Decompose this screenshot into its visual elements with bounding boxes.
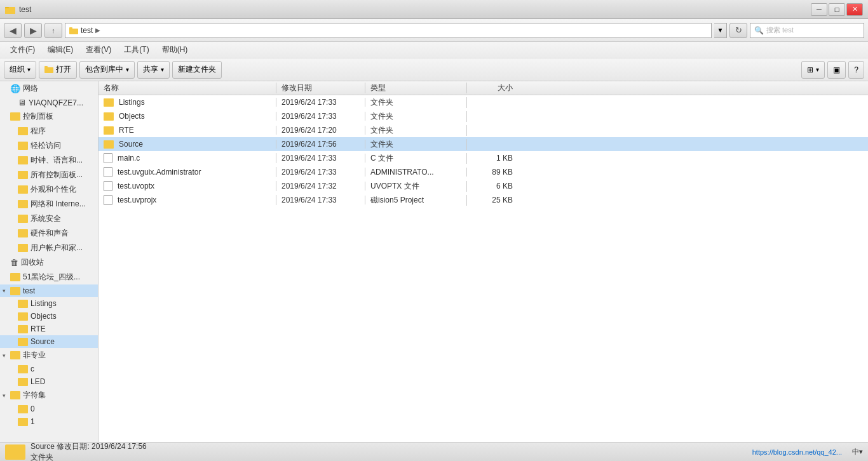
col-header-size[interactable]: 大小 (467, 83, 518, 93)
sidebar-item-0[interactable]: 0 (0, 403, 98, 415)
sidebar-item-led[interactable]: LED (0, 375, 98, 388)
col-header-type[interactable]: 类型 (365, 83, 467, 93)
organize-button[interactable]: 组织 ▾ (4, 61, 36, 79)
address-dropdown[interactable]: ▼ (714, 23, 727, 38)
sidebar-item-label: 硬件和声音 (31, 228, 69, 239)
sidebar-item----------[interactable]: 用户帐户和家... (0, 241, 98, 255)
sidebar-item-1[interactable]: 1 (0, 415, 98, 428)
sidebar-item-----[interactable]: 控制面板 (0, 109, 98, 124)
file-name-cell: test.uvoptx (98, 181, 276, 191)
file-size: 1 KB (467, 154, 518, 163)
sidebar-item-yiaqnqfze7---[interactable]: 🖥YIAQNQFZE7... (0, 96, 98, 109)
sidebar-item-label: 0 (31, 404, 35, 413)
search-box[interactable]: 🔍 搜索 test (750, 23, 864, 38)
close-button[interactable]: ✕ (846, 3, 863, 16)
sidebar: 🌐网络🖥YIAQNQFZE7...控制面板程序轻松访问时钟、语言和...所有控制… (0, 81, 98, 442)
restore-button[interactable]: □ (829, 3, 845, 16)
file-name-cell: Source (98, 140, 276, 149)
sidebar-item-----interne---[interactable]: 网络和 Interne... (0, 197, 98, 211)
sidebar-item-label: Source (31, 337, 55, 346)
sidebar-item-label: YIAQNQFZE7... (29, 98, 83, 107)
share-button[interactable]: 共享 ▾ (137, 61, 170, 79)
newfolder-label: 新建文件夹 (178, 64, 216, 75)
menu-tools[interactable]: 工具(T) (118, 43, 155, 57)
sidebar-item-label: 51黑论坛_四级... (23, 272, 80, 283)
col-header-name[interactable]: 名称 (98, 83, 276, 93)
sidebar-item----[interactable]: ▾字符集 (0, 388, 98, 403)
main-area: 🌐网络🖥YIAQNQFZE7...控制面板程序轻松访问时钟、语言和...所有控制… (0, 81, 868, 442)
open-button[interactable]: 打开 (39, 61, 77, 79)
sidebar-item----[interactable]: ▾非专业 (0, 348, 98, 363)
file-type: UVOPTX 文件 (365, 181, 467, 192)
table-row[interactable]: test.uvprojx2019/6/24 17:33磁ision5 Proje… (98, 193, 868, 207)
sidebar-item-label: 非专业 (23, 350, 46, 361)
address-path[interactable]: test ▶ (65, 23, 712, 38)
sidebar-item-51---------[interactable]: 51黑论坛_四级... (0, 270, 98, 284)
file-date: 2019/6/24 17:32 (276, 182, 365, 190)
sidebar-item-rte[interactable]: RTE (0, 323, 98, 335)
sidebar-item-source[interactable]: Source (0, 335, 98, 348)
col-header-date[interactable]: 修改日期 (276, 83, 365, 93)
up-button[interactable]: ↑ (44, 23, 62, 38)
sidebar-item---[interactable]: 程序 (0, 124, 98, 138)
help-icon: ? (854, 65, 858, 74)
sidebar-item-----[interactable]: 轻松访问 (0, 138, 98, 153)
include-button[interactable]: 包含到库中 ▾ (79, 61, 135, 79)
view-button[interactable]: ⊞ ▾ (801, 61, 825, 79)
preview-button[interactable]: ▣ (827, 61, 846, 79)
table-row[interactable]: test.uvguix.Administrator2019/6/24 17:33… (98, 165, 868, 179)
sidebar-item---[interactable]: 🌐网络 (0, 81, 98, 96)
file-folder-icon (104, 140, 114, 149)
table-row[interactable]: test.uvoptx2019/6/24 17:32UVOPTX 文件6 KB (98, 179, 868, 193)
back-button[interactable]: ◀ (4, 23, 22, 38)
sidebar-item-listings[interactable]: Listings (0, 297, 98, 310)
file-folder-icon (104, 126, 114, 135)
status-text: Source 修改日期: 2019/6/24 17:56 文件夹 (31, 441, 747, 462)
file-size: 6 KB (467, 182, 518, 190)
file-name: Objects (119, 112, 145, 121)
path-folder-icon (69, 27, 78, 34)
sidebar-item------[interactable]: 硬件和声音 (0, 226, 98, 241)
open-label: 打开 (56, 64, 71, 75)
network-icon: 🌐 (10, 84, 20, 93)
file-date: 2019/6/24 17:33 (276, 196, 365, 204)
sidebar-item-----[interactable]: 系统安全 (0, 211, 98, 226)
menu-file[interactable]: 文件(F) (4, 43, 41, 57)
sidebar-item-c[interactable]: c (0, 363, 98, 375)
file-name: test.uvprojx (118, 196, 156, 204)
sidebar-item----[interactable]: 🗑回收站 (0, 255, 98, 270)
table-row[interactable]: RTE2019/6/24 17:20文件夹 (98, 123, 868, 137)
refresh-button[interactable]: ↻ (729, 23, 747, 38)
recycle-icon: 🗑 (10, 258, 18, 267)
forward-button[interactable]: ▶ (24, 23, 42, 38)
newfolder-button[interactable]: 新建文件夹 (172, 61, 222, 79)
sidebar-item-objects[interactable]: Objects (0, 310, 98, 323)
menu-view[interactable]: 查看(V) (79, 43, 118, 57)
file-doc-icon (104, 153, 112, 163)
file-name: main.c (118, 154, 140, 163)
status-link[interactable]: https://blog.csdn.net/qq_42... (752, 448, 842, 456)
sidebar-item-test[interactable]: ▾test (0, 284, 98, 297)
folder-icon (18, 142, 28, 150)
file-date: 2019/6/24 17:33 (276, 98, 365, 107)
menu-help[interactable]: 帮助(H) (156, 43, 194, 57)
file-name: test.uvoptx (118, 182, 154, 190)
table-row[interactable]: main.c2019/6/24 17:33C 文件1 KB (98, 151, 868, 165)
table-row[interactable]: Objects2019/6/24 17:33文件夹 (98, 109, 868, 123)
sidebar-item----------[interactable]: 时钟、语言和... (0, 153, 98, 168)
file-name-cell: RTE (98, 126, 276, 135)
file-name-cell: main.c (98, 153, 276, 163)
minimize-button[interactable]: ─ (811, 3, 827, 16)
folder-icon (10, 351, 20, 359)
sidebar-item-------[interactable]: 外观和个性化 (0, 182, 98, 197)
file-name-cell: test.uvprojx (98, 195, 276, 205)
sidebar-item-label: 轻松访问 (31, 140, 61, 151)
menu-edit[interactable]: 编辑(E) (41, 43, 79, 57)
table-row[interactable]: Listings2019/6/24 17:33文件夹 (98, 95, 868, 109)
open-folder-icon (44, 65, 53, 74)
status-lang[interactable]: 中▾ (852, 447, 863, 457)
table-row[interactable]: Source2019/6/24 17:56文件夹 (98, 137, 868, 151)
help-button[interactable]: ? (848, 61, 864, 79)
sidebar-item----------[interactable]: 所有控制面板... (0, 168, 98, 182)
path-arrow: ▶ (95, 27, 100, 34)
